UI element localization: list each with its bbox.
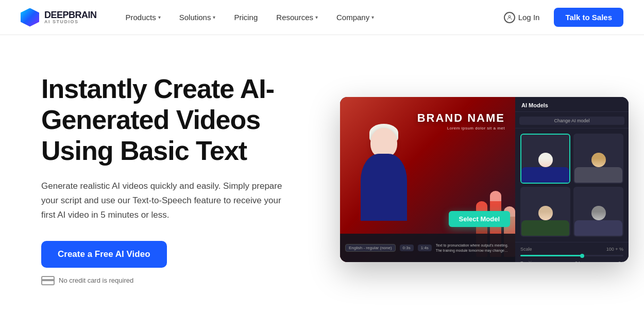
scale-label: Scale xyxy=(520,247,532,252)
model-head-1 xyxy=(538,153,553,167)
mockup-bottom-bar: English - regular (none) 0:3s 1:4s Text … xyxy=(340,234,515,262)
nav-item-products[interactable]: Products ▾ xyxy=(117,9,169,26)
model-thumb-1[interactable] xyxy=(520,134,570,184)
scale-slider-row xyxy=(520,255,623,256)
avatar-body xyxy=(361,154,407,221)
scale-slider-thumb xyxy=(580,254,584,258)
user-icon xyxy=(504,12,515,23)
scale-slider-fill xyxy=(520,255,582,256)
navbar-right: Log In Talk to Sales xyxy=(496,8,623,27)
no-credit-notice: No credit card is required xyxy=(41,276,319,285)
login-button[interactable]: Log In xyxy=(496,8,548,27)
logo-deepbrain: DEEPBRAIN xyxy=(44,10,97,20)
hero-description: Generate realistic AI videos quickly and… xyxy=(41,179,294,222)
select-model-button[interactable]: Select Model xyxy=(449,211,510,227)
model-thumb-4[interactable] xyxy=(573,187,623,237)
scale-control: Scale 100 + % xyxy=(520,247,623,252)
svg-point-0 xyxy=(509,15,511,18)
talk-to-sales-button[interactable]: Talk to Sales xyxy=(554,8,623,27)
product-mockup: BRAND NAME Lorem ipsum dolor sit a met S… xyxy=(340,97,629,262)
model-body-1 xyxy=(521,167,569,183)
model-body-4 xyxy=(574,220,622,236)
hero-right: BRAND NAME Lorem ipsum dolor sit a met S… xyxy=(340,97,629,262)
chevron-down-icon: ▾ xyxy=(371,14,374,20)
change-model-button[interactable]: Change AI model xyxy=(519,117,624,125)
scale-value: 100 + % xyxy=(606,247,623,252)
logo-ai-studios: AI STUDIOS xyxy=(44,20,97,24)
create-free-video-button[interactable]: Create a Free AI Video xyxy=(41,241,167,268)
hero-left: Instantly Create AI-Generated Videos Usi… xyxy=(41,74,319,285)
model-body-3 xyxy=(521,220,569,236)
nav-item-pricing[interactable]: Pricing xyxy=(226,9,266,26)
controls-section: Scale 100 + % Position 24 24 xyxy=(515,242,629,262)
sidebar-header: AI Models xyxy=(515,97,629,112)
model-thumb-2[interactable] xyxy=(573,134,623,184)
model-thumb-3[interactable] xyxy=(520,187,570,237)
nav-item-resources[interactable]: Resources ▾ xyxy=(268,9,326,26)
hero-title: Instantly Create AI-Generated Videos Usi… xyxy=(41,74,319,166)
model-head-2 xyxy=(591,153,606,167)
nav-item-company[interactable]: Company ▾ xyxy=(328,9,382,26)
position-y: 24 xyxy=(618,261,623,262)
time-badge-1: 0:3s xyxy=(400,245,414,251)
model-grid xyxy=(515,128,629,242)
chevron-down-icon: ▾ xyxy=(315,14,318,20)
credit-card-icon xyxy=(41,276,55,285)
logo-text: DEEPBRAIN AI STUDIOS xyxy=(44,10,97,24)
mockup-preview: BRAND NAME Lorem ipsum dolor sit a met S… xyxy=(340,97,515,262)
position-label: Position xyxy=(520,261,537,262)
language-badge: English - regular (none) xyxy=(345,244,396,252)
logo[interactable]: DEEPBRAIN AI STUDIOS xyxy=(21,8,97,27)
chevron-down-icon: ▾ xyxy=(213,14,215,20)
brand-overlay: BRAND NAME Lorem ipsum dolor sit a met xyxy=(417,111,505,131)
mockup-sidebar: AI Models Change AI model xyxy=(515,97,629,262)
position-x: 24 xyxy=(575,261,580,262)
model-body-2 xyxy=(574,167,622,183)
nav-item-solutions[interactable]: Solutions ▾ xyxy=(171,9,224,26)
hero-section: Instantly Create AI-Generated Videos Usi… xyxy=(0,35,644,324)
scale-slider[interactable] xyxy=(520,255,623,256)
model-head-3 xyxy=(538,206,553,220)
time-badge-2: 1:4s xyxy=(418,245,432,251)
navbar: DEEPBRAIN AI STUDIOS Products ▾ Solution… xyxy=(0,0,644,35)
nav-links: Products ▾ Solutions ▾ Pricing Resources… xyxy=(117,9,383,26)
logo-icon xyxy=(21,8,39,27)
navbar-left: DEEPBRAIN AI STUDIOS Products ▾ Solution… xyxy=(21,8,382,27)
position-control: Position 24 24 xyxy=(520,261,623,262)
model-head-4 xyxy=(591,206,606,220)
script-preview-text: Text to pronunciation where output's mee… xyxy=(436,243,510,253)
chevron-down-icon: ▾ xyxy=(158,14,161,20)
